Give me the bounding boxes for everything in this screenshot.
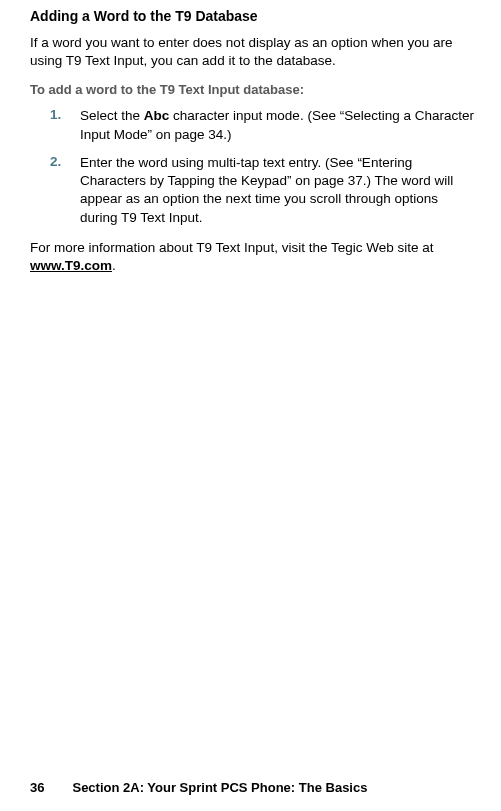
closing-post: .: [112, 258, 116, 273]
step-text-bold: Abc: [144, 108, 170, 123]
closing-pre: For more information about T9 Text Input…: [30, 240, 433, 255]
sub-heading: To add a word to the T9 Text Input datab…: [30, 82, 479, 97]
section-heading: Adding a Word to the T9 Database: [30, 8, 479, 24]
step-text: Select the Abc character input mode. (Se…: [80, 107, 479, 143]
step-number: 1.: [50, 107, 80, 143]
step-item-1: 1. Select the Abc character input mode. …: [50, 107, 479, 143]
step-number: 2.: [50, 154, 80, 227]
step-text-pre: Select the: [80, 108, 144, 123]
step-text-pre: Enter the word using multi-tap text entr…: [80, 155, 453, 225]
t9-link[interactable]: www.T9.com: [30, 258, 112, 273]
intro-paragraph: If a word you want to enter does not dis…: [30, 34, 479, 70]
footer-section-title: Section 2A: Your Sprint PCS Phone: The B…: [72, 780, 367, 795]
step-list: 1. Select the Abc character input mode. …: [50, 107, 479, 226]
step-item-2: 2. Enter the word using multi-tap text e…: [50, 154, 479, 227]
page-number: 36: [30, 780, 44, 795]
closing-paragraph: For more information about T9 Text Input…: [30, 239, 479, 275]
step-text: Enter the word using multi-tap text entr…: [80, 154, 479, 227]
page-footer: 36 Section 2A: Your Sprint PCS Phone: Th…: [0, 780, 501, 795]
